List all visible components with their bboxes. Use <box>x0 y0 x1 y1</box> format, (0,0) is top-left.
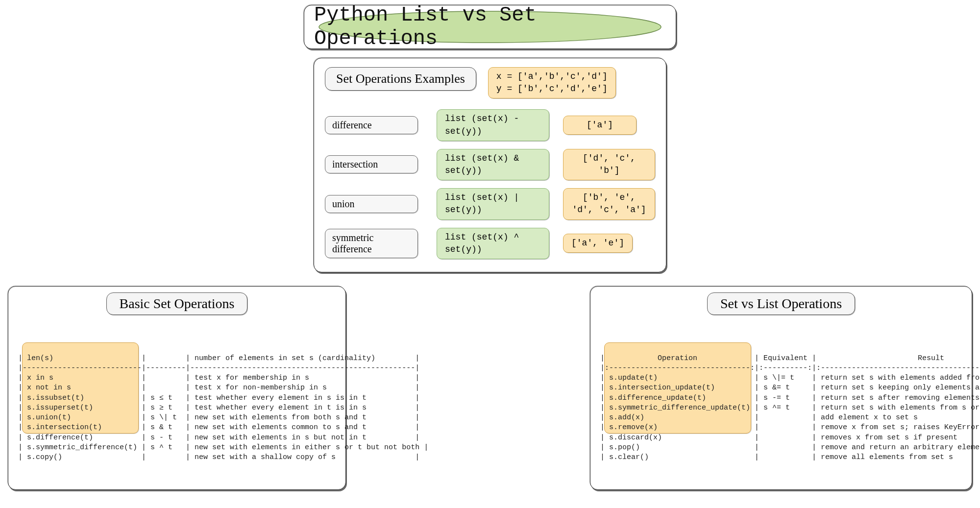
example-row-symdiff: symmetric difference list (set(x) ^ set(… <box>325 228 655 259</box>
expr-symdiff: list (set(x) ^ set(y)) <box>437 228 549 259</box>
expr-union: list (set(x) | set(y)) <box>437 188 549 219</box>
setup-y: y = ['b','c','d','e'] <box>496 83 608 95</box>
vs-ops-heading: Set vs List Operations <box>707 292 855 315</box>
page-title: Python List vs Set Operations <box>314 3 666 50</box>
setup-x: x = ['a','b','c','d'] <box>496 71 608 83</box>
setup-code-box: x = ['a','b','c','d'] y = ['b','c','d','… <box>488 67 616 98</box>
title-ellipse: Python List vs Set Operations <box>314 9 666 45</box>
vs-ops-table: | Operation | Equivalent | Result | |:--… <box>600 324 962 483</box>
examples-heading: Set Operations Examples <box>325 67 476 91</box>
example-row-difference: difference list (set(x) - set(y)) ['a'] <box>325 109 655 141</box>
vs-ops-table-text: | Operation | Equivalent | Result | |:--… <box>600 354 962 463</box>
title-panel: Python List vs Set Operations <box>304 5 676 49</box>
basic-ops-panel: Basic Set Operations | len(s) | | number… <box>8 286 346 490</box>
result-intersection: ['d', 'c', 'b'] <box>563 149 655 180</box>
label-union: union <box>325 195 418 213</box>
expr-difference: list (set(x) - set(y)) <box>437 109 549 141</box>
expr-intersection: list (set(x) & set(y)) <box>437 149 549 180</box>
vs-ops-panel: Set vs List Operations | Operation | Equ… <box>590 286 972 490</box>
result-union: ['b', 'e', 'd', 'c', 'a'] <box>563 188 655 219</box>
label-difference: difference <box>325 116 418 134</box>
label-symdiff: symmetric difference <box>325 229 418 258</box>
label-intersection: intersection <box>325 155 418 173</box>
result-symdiff: ['a', 'e'] <box>563 234 633 253</box>
example-row-intersection: intersection list (set(x) & set(y)) ['d'… <box>325 149 655 180</box>
example-row-union: union list (set(x) | set(y)) ['b', 'e', … <box>325 188 655 219</box>
basic-ops-table: | len(s) | | number of elements in set s… <box>18 324 336 483</box>
examples-panel: Set Operations Examples x = ['a','b','c'… <box>314 58 666 272</box>
basic-ops-heading: Basic Set Operations <box>106 292 248 315</box>
basic-ops-table-text: | len(s) | | number of elements in set s… <box>18 354 336 463</box>
result-difference: ['a'] <box>563 116 637 135</box>
